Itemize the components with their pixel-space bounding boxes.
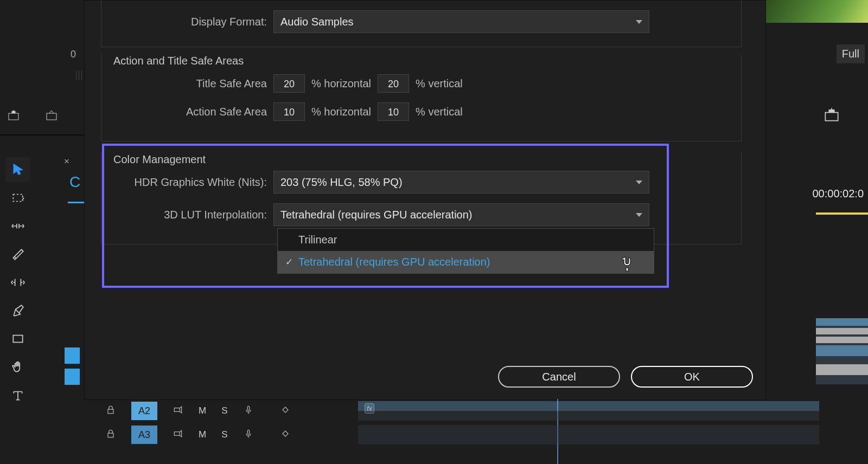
tools-toolbar bbox=[5, 157, 30, 408]
ripple-edit-tool[interactable] bbox=[5, 214, 30, 239]
percent-vertical-label: % vertical bbox=[416, 106, 463, 118]
ruler-start-number: 0 bbox=[71, 49, 76, 60]
solo-toggle[interactable]: S bbox=[221, 429, 227, 440]
lut-interpolation-options-list: Trilinear Tetrahedral (requires GPU acce… bbox=[277, 228, 654, 274]
display-format-value: Audio Samples bbox=[280, 16, 354, 28]
title-safe-horizontal-input[interactable]: 20 bbox=[273, 74, 305, 93]
track-header-a3[interactable]: A3 bbox=[131, 426, 157, 444]
mute-toggle[interactable]: M bbox=[199, 405, 206, 416]
svg-rect-2 bbox=[13, 195, 22, 202]
percent-horizontal-label: % horizontal bbox=[311, 78, 371, 90]
svg-rect-0 bbox=[9, 113, 18, 120]
svg-rect-10 bbox=[247, 430, 249, 434]
title-safe-vertical-input[interactable]: 20 bbox=[378, 74, 409, 93]
hdr-white-label: HDR Graphics White (Nits): bbox=[104, 176, 267, 189]
type-tool[interactable] bbox=[5, 383, 30, 408]
lut-interpolation-value: Tetrahedral (requires GPU acceleration) bbox=[280, 209, 473, 221]
lut-interpolation-dropdown[interactable]: Tetrahedral (requires GPU acceleration) bbox=[273, 203, 649, 226]
safe-areas-group: Title Safe Area 20 % horizontal 20 % ver… bbox=[104, 58, 746, 131]
timeline-clips[interactable] bbox=[816, 318, 868, 384]
export-frame-icon[interactable] bbox=[5, 108, 22, 124]
panel-close-icon[interactable]: × bbox=[64, 156, 69, 167]
selection-tool[interactable] bbox=[5, 157, 30, 182]
svg-rect-1 bbox=[47, 113, 56, 120]
snap-icon[interactable] bbox=[43, 108, 60, 124]
track-select-tool[interactable] bbox=[5, 185, 30, 210]
action-safe-vertical-input[interactable]: 10 bbox=[378, 102, 409, 121]
track-header-a2[interactable]: A2 bbox=[131, 402, 157, 420]
svg-rect-5 bbox=[108, 409, 113, 414]
cancel-button[interactable]: Cancel bbox=[498, 366, 620, 388]
keyframe-icon[interactable] bbox=[280, 428, 291, 442]
lut-option-tetrahedral[interactable]: Tetrahedral (requires GPU acceleration) bbox=[278, 251, 654, 273]
lock-icon[interactable] bbox=[105, 404, 116, 418]
svg-rect-9 bbox=[174, 431, 180, 435]
lock-icon[interactable] bbox=[105, 428, 116, 442]
display-format-row: Display Format: Audio Samples bbox=[104, 10, 746, 43]
color-management-group: HDR Graphics White (Nits): 203 (75% HLG,… bbox=[104, 154, 746, 236]
timeline-panel: fx A2 M S A3 M S bbox=[98, 399, 819, 464]
hand-tool[interactable] bbox=[5, 355, 30, 379]
keyframe-icon[interactable] bbox=[280, 404, 291, 418]
track-lane[interactable] bbox=[358, 425, 819, 444]
svg-rect-6 bbox=[174, 408, 180, 411]
lut-option-trilinear[interactable]: Trilinear bbox=[278, 229, 654, 251]
sequence-settings-dialog: Display Format: Audio Samples Action and… bbox=[84, 0, 766, 400]
track-output-icon[interactable] bbox=[173, 428, 183, 442]
mute-toggle[interactable]: M bbox=[199, 429, 206, 440]
voiceover-icon[interactable] bbox=[243, 404, 254, 418]
lut-interpolation-label: 3D LUT Interpolation: bbox=[104, 209, 267, 221]
color-management-title: Color Management bbox=[109, 153, 210, 166]
audio-track-a3[interactable]: A3 M S bbox=[98, 423, 819, 447]
svg-rect-7 bbox=[247, 406, 249, 410]
title-safe-label: Title Safe Area bbox=[104, 78, 267, 90]
track-lane[interactable] bbox=[358, 401, 819, 421]
export-frame-icon[interactable] bbox=[822, 107, 841, 125]
program-monitor-thumbnail bbox=[762, 0, 868, 23]
timeline-timecode: 00:00:02:0 bbox=[812, 188, 864, 200]
svg-rect-4 bbox=[825, 113, 838, 121]
track-patch[interactable] bbox=[65, 369, 80, 385]
chevron-down-icon bbox=[636, 213, 642, 217]
svg-rect-8 bbox=[108, 433, 113, 437]
razor-tool[interactable] bbox=[5, 242, 30, 267]
tab-active-underline bbox=[68, 202, 84, 203]
dialog-buttons: Cancel OK bbox=[498, 366, 753, 388]
track-patch[interactable] bbox=[65, 347, 80, 364]
audio-track-a2[interactable]: A2 M S bbox=[98, 399, 819, 423]
pen-tool[interactable] bbox=[5, 298, 30, 323]
chevron-down-icon bbox=[636, 20, 642, 24]
display-format-dropdown[interactable]: Audio Samples bbox=[273, 10, 649, 33]
work-area-bar[interactable] bbox=[816, 212, 868, 215]
display-format-label: Display Format: bbox=[104, 16, 267, 28]
percent-vertical-label: % vertical bbox=[416, 78, 463, 90]
slip-tool[interactable] bbox=[5, 270, 30, 295]
hdr-white-dropdown[interactable]: 203 (75% HLG, 58% PQ) bbox=[273, 171, 649, 194]
solo-toggle[interactable]: S bbox=[221, 405, 227, 416]
voiceover-icon[interactable] bbox=[243, 428, 254, 442]
chevron-down-icon bbox=[636, 181, 642, 184]
hdr-white-value: 203 (75% HLG, 58% PQ) bbox=[280, 176, 403, 189]
action-safe-label: Action Safe Area bbox=[104, 106, 267, 118]
svg-rect-3 bbox=[13, 336, 22, 343]
zoom-level-dropdown[interactable]: Full bbox=[837, 44, 865, 63]
tab-truncated-letter: C bbox=[69, 173, 80, 191]
panel-divider bbox=[0, 134, 92, 136]
track-output-icon[interactable] bbox=[173, 404, 183, 418]
panel-toolbar-icons bbox=[5, 108, 60, 124]
ok-button[interactable]: OK bbox=[631, 366, 753, 388]
rectangle-tool[interactable] bbox=[5, 326, 30, 351]
action-safe-horizontal-input[interactable]: 10 bbox=[273, 102, 305, 121]
percent-horizontal-label: % horizontal bbox=[311, 106, 371, 118]
